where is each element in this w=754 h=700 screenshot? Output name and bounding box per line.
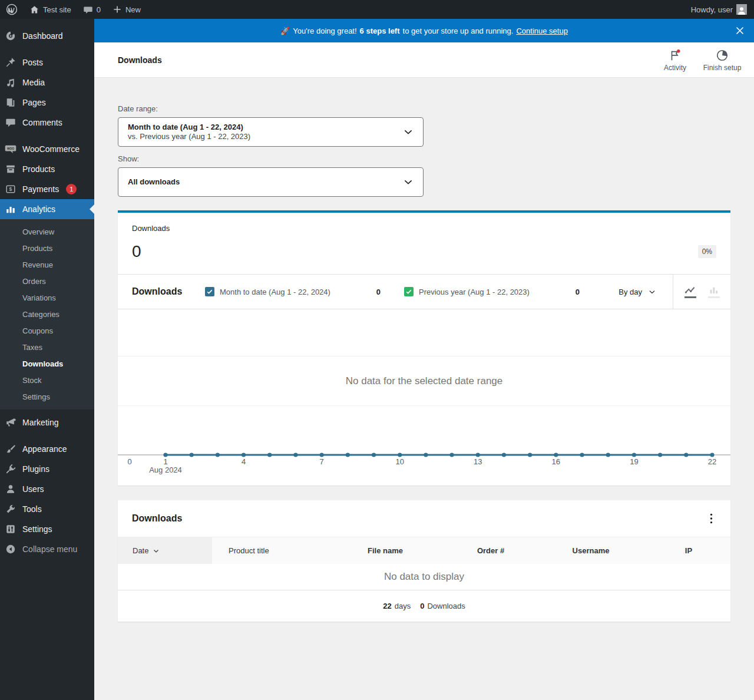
show-value: All downloads	[128, 177, 403, 187]
summary-days-label: days	[395, 602, 411, 610]
sidebar-item-label: Plugins	[22, 464, 49, 474]
submenu-item-taxes[interactable]: Taxes	[0, 339, 94, 355]
column-header-username: Username	[535, 537, 647, 564]
submenu-item-revenue[interactable]: Revenue	[0, 256, 94, 273]
avatar	[736, 4, 747, 15]
plugin-icon	[5, 463, 16, 475]
svg-text:Aug 2024: Aug 2024	[149, 465, 182, 474]
sidebar-item-media[interactable]: Media	[0, 72, 94, 93]
submenu-item-overview[interactable]: Overview	[0, 223, 94, 240]
downloads-table-card: Downloads Date Product title File name O…	[118, 500, 730, 622]
submenu-item-orders[interactable]: Orders	[0, 273, 94, 289]
date-range-value: Month to date (Aug 1 - 22, 2024)	[128, 123, 403, 132]
sidebar-item-payments[interactable]: $ Payments 1	[0, 179, 94, 199]
banner-close-button[interactable]	[734, 25, 746, 37]
sidebar-item-label: Analytics	[22, 204, 55, 214]
chart-header: Downloads Month to date (Aug 1 - 22, 202…	[118, 274, 730, 309]
sidebar-collapse-menu[interactable]: Collapse menu	[0, 539, 94, 559]
submenu-label: Stock	[22, 376, 42, 385]
howdy-menu[interactable]: Howdy, user	[685, 0, 747, 19]
banner-steps-left: 6 steps left	[360, 27, 400, 35]
submenu-label: Coupons	[22, 326, 53, 335]
legend-count: 0	[576, 288, 580, 296]
legend-item-previous-period[interactable]: Previous year (Aug 1 - 22, 2023) 0	[404, 287, 603, 296]
sidebar-item-posts[interactable]: Posts	[0, 52, 94, 72]
site-name-menu[interactable]: Test site	[24, 0, 77, 19]
column-header-date[interactable]: Date	[118, 537, 212, 564]
sidebar-item-users[interactable]: Users	[0, 479, 94, 499]
sidebar-item-settings[interactable]: Settings	[0, 519, 94, 539]
sidebar-item-appearance[interactable]: Appearance	[0, 439, 94, 459]
collapse-icon	[5, 543, 16, 555]
submenu-item-stock[interactable]: Stock	[0, 372, 94, 388]
line-chart-icon	[684, 286, 696, 295]
ellipsis-vertical-icon	[710, 513, 713, 524]
sidebar-item-tools[interactable]: Tools	[0, 499, 94, 519]
comment-bubble-icon	[83, 5, 93, 15]
sidebar-item-label: Tools	[22, 504, 42, 514]
table-menu-button[interactable]	[710, 513, 730, 524]
sidebar-item-analytics[interactable]: Analytics	[0, 199, 94, 219]
sidebar-item-products[interactable]: Products	[0, 159, 94, 179]
new-menu[interactable]: New	[107, 0, 147, 19]
wrench-icon	[5, 503, 16, 515]
summary-days-value: 22	[383, 602, 391, 610]
submenu-item-categories[interactable]: Categories	[0, 306, 94, 322]
date-range-select[interactable]: Month to date (Aug 1 - 22, 2024) vs. Pre…	[118, 117, 424, 147]
close-icon	[735, 26, 745, 35]
column-label: IP	[685, 546, 692, 555]
date-range-compare: vs. Previous year (Aug 1 - 22, 2023)	[128, 132, 403, 141]
checkbox-checked-icon	[205, 287, 214, 296]
checkbox-checked-icon	[404, 287, 414, 296]
bar-chart-button[interactable]	[708, 286, 720, 298]
sidebar-item-woocommerce[interactable]: WOO WooCommerce	[0, 139, 94, 159]
interval-select[interactable]: By day	[619, 275, 673, 309]
sidebar-item-marketing[interactable]: Marketing	[0, 412, 94, 432]
sidebar-item-label: Dashboard	[22, 31, 63, 41]
table-title: Downloads	[118, 513, 182, 524]
downloads-summary-tile[interactable]: Downloads 0 0%	[118, 213, 730, 274]
submenu-item-settings[interactable]: Settings	[0, 388, 94, 405]
howdy-text: Howdy, user	[691, 5, 733, 14]
products-icon	[5, 163, 16, 175]
new-label: New	[125, 5, 141, 14]
sidebar-item-comments[interactable]: Comments	[0, 113, 94, 133]
line-chart-button[interactable]	[684, 286, 696, 298]
home-icon	[29, 5, 39, 15]
column-label: Username	[573, 546, 610, 555]
legend-label: Month to date (Aug 1 - 22, 2024)	[220, 288, 330, 296]
svg-text:1: 1	[163, 457, 167, 466]
submenu-label: Variations	[22, 293, 56, 302]
finish-setup-label: Finish setup	[703, 64, 742, 72]
content-area: 🚀 You're doing great! 6 steps left to ge…	[94, 19, 754, 700]
svg-text:0: 0	[127, 457, 131, 466]
column-label: File name	[368, 546, 403, 555]
finish-setup-button[interactable]: Finish setup	[699, 48, 746, 72]
submenu-label: Revenue	[22, 260, 53, 269]
table-summary: 22 days 0 Downloads	[118, 590, 730, 622]
sidebar-item-dashboard[interactable]: Dashboard	[0, 26, 94, 46]
sidebar-item-label: Users	[22, 484, 44, 494]
submenu-label: Categories	[22, 310, 59, 319]
column-header-ip: IP	[647, 537, 730, 564]
comments-menu[interactable]: 0	[77, 0, 107, 19]
bar-chart-icon	[709, 286, 719, 295]
payments-badge: 1	[66, 184, 77, 194]
activity-button[interactable]: Activity	[652, 48, 699, 72]
svg-text:7: 7	[320, 457, 324, 466]
submenu-item-downloads[interactable]: Downloads	[0, 355, 94, 372]
submenu-item-coupons[interactable]: Coupons	[0, 322, 94, 339]
sidebar-item-plugins[interactable]: Plugins	[0, 459, 94, 479]
show-select[interactable]: All downloads	[118, 167, 424, 197]
sidebar-item-label: Pages	[22, 98, 46, 107]
sidebar-item-label: Comments	[22, 118, 62, 127]
wordpress-logo[interactable]	[0, 0, 24, 19]
continue-setup-link[interactable]: Continue setup	[516, 27, 567, 35]
submenu-item-variations[interactable]: Variations	[0, 289, 94, 306]
svg-text:19: 19	[630, 457, 638, 466]
wordpress-icon	[6, 4, 18, 15]
legend-item-current-period[interactable]: Month to date (Aug 1 - 22, 2024) 0	[205, 287, 404, 296]
chart-svg: 01471013161922Aug 2024	[118, 309, 730, 480]
submenu-item-products[interactable]: Products	[0, 240, 94, 256]
sidebar-item-pages[interactable]: Pages	[0, 93, 94, 113]
